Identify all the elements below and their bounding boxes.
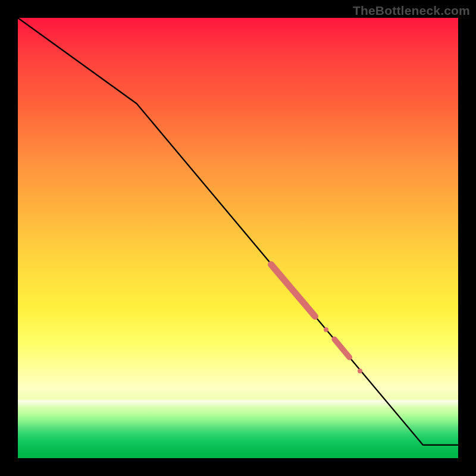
highlight-segment [271,264,315,316]
highlight-group [271,264,363,373]
chart-svg [18,18,458,458]
highlight-dot [324,327,328,332]
bottleneck-curve [18,18,458,445]
highlight-dot [358,369,362,374]
highlight-segment [334,339,349,357]
plot-area [18,18,458,458]
watermark-text: TheBottleneck.com [353,4,470,18]
chart-frame: TheBottleneck.com [0,0,476,476]
